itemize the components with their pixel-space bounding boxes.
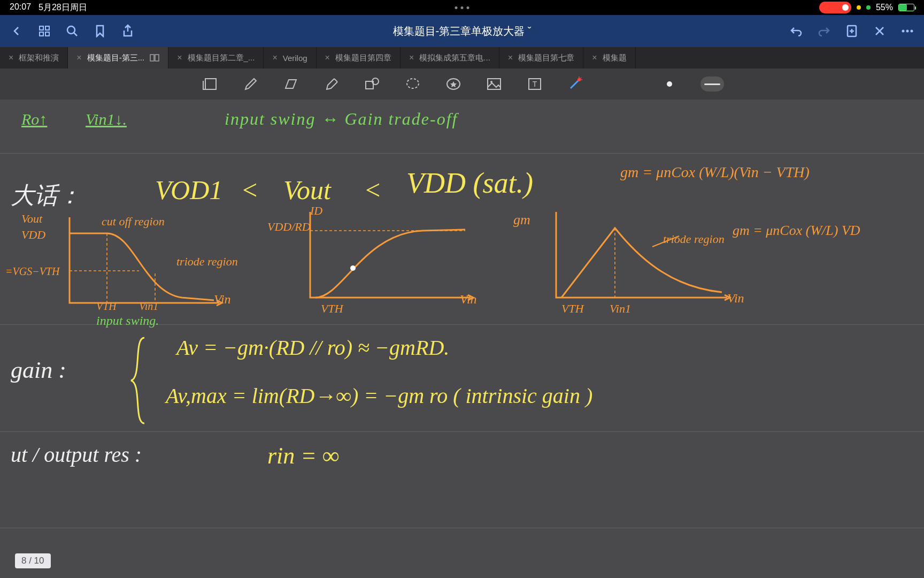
bookmark-icon[interactable] bbox=[93, 24, 107, 38]
search-icon[interactable] bbox=[65, 24, 79, 38]
document-title[interactable]: 模集题目-第三章单极放大器 ˇ bbox=[147, 24, 777, 39]
svg-rect-0 bbox=[40, 26, 43, 30]
g1-xt1: VTH bbox=[96, 300, 117, 313]
back-button[interactable] bbox=[10, 24, 24, 38]
g1-xlab: Vin bbox=[214, 292, 231, 307]
g3-xlab: Vin bbox=[727, 291, 744, 306]
svg-rect-11 bbox=[205, 79, 216, 89]
status-bar: 20:07 5月28日周日 55% bbox=[0, 0, 924, 15]
page-indicator: 8 / 10 bbox=[15, 553, 51, 568]
g3-xt2: Vin1 bbox=[610, 302, 631, 316]
battery-percent: 55% bbox=[876, 3, 893, 12]
tab-6[interactable]: ×模集题目第七章 bbox=[499, 47, 583, 69]
close-icon[interactable] bbox=[873, 24, 887, 38]
svg-point-7 bbox=[906, 30, 909, 33]
g2-ytick: VDD/RD bbox=[267, 220, 311, 234]
tab-0[interactable]: ×框架和推演 bbox=[0, 47, 68, 69]
shape-tool-icon[interactable] bbox=[363, 74, 382, 94]
tool-bar: T bbox=[0, 69, 924, 100]
svg-rect-2 bbox=[40, 32, 43, 36]
multitask-dots[interactable] bbox=[455, 6, 469, 9]
eraser-tool-icon[interactable] bbox=[281, 74, 301, 94]
tab-5[interactable]: ×模拟集成第五章电... bbox=[401, 47, 499, 69]
note-vod1: VOD1 bbox=[155, 174, 222, 206]
tab-close-icon[interactable]: × bbox=[177, 53, 182, 63]
battery-icon bbox=[898, 4, 914, 11]
brace-icon bbox=[128, 335, 150, 426]
svg-rect-3 bbox=[45, 32, 49, 36]
tab-2[interactable]: ×模集题目第二章_... bbox=[168, 47, 264, 69]
brush-preview[interactable] bbox=[700, 77, 724, 92]
note-ro: Ro↑ bbox=[21, 110, 47, 128]
g2-xlab: Vin bbox=[460, 292, 477, 307]
status-time: 20:07 bbox=[10, 2, 31, 13]
highlighter-tool-icon[interactable] bbox=[322, 74, 341, 94]
g1-triode: triode region bbox=[176, 255, 238, 269]
tab-7[interactable]: ×模集题 bbox=[583, 47, 635, 69]
graph-id-vin bbox=[283, 207, 487, 314]
g1-cutoff: cut off region bbox=[102, 215, 165, 229]
g1-ylab: Vout bbox=[21, 212, 42, 226]
lasso-tool-icon[interactable] bbox=[403, 74, 422, 94]
svg-rect-16 bbox=[488, 79, 500, 89]
svg-rect-10 bbox=[155, 55, 159, 61]
share-icon[interactable] bbox=[121, 24, 135, 38]
tab-4[interactable]: ×模集题目第四章 bbox=[317, 47, 401, 69]
note-gm-eq1: gm = μnCox (W/L)(Vin − VTH) bbox=[620, 164, 810, 181]
svg-text:T: T bbox=[533, 80, 537, 88]
tab-1[interactable]: ×模集题目-第三... bbox=[68, 47, 168, 69]
note-gm-eq2: gm = μnCox (W/L) VD bbox=[733, 223, 860, 239]
favorites-tool-icon[interactable] bbox=[444, 74, 463, 94]
note-vdd: VDD (sat.) bbox=[406, 166, 533, 200]
svg-point-14 bbox=[407, 79, 419, 88]
image-tool-icon[interactable] bbox=[484, 74, 504, 94]
more-icon[interactable] bbox=[900, 24, 914, 38]
redo-icon[interactable] bbox=[817, 24, 831, 38]
tab-close-icon[interactable]: × bbox=[325, 53, 330, 63]
tab-close-icon[interactable]: × bbox=[409, 53, 414, 63]
g1-ytick: VDD bbox=[21, 228, 45, 242]
add-page-icon[interactable] bbox=[845, 24, 859, 38]
g1-ytick2: =VGS−VTH bbox=[5, 265, 59, 278]
note-lt1: < bbox=[241, 174, 259, 206]
text-tool-icon[interactable]: T bbox=[525, 74, 544, 94]
note-canvas[interactable]: Ro↑ Vin1↓. input swing ↔ Gain trade-off … bbox=[0, 100, 924, 578]
note-vin: Vin1↓. bbox=[86, 110, 127, 128]
split-view-icon[interactable] bbox=[150, 53, 159, 63]
read-mode-icon[interactable] bbox=[200, 74, 219, 94]
note-cond-label: 大话： bbox=[11, 180, 81, 211]
svg-point-4 bbox=[67, 26, 75, 34]
svg-point-8 bbox=[911, 30, 913, 33]
note-lt2: < bbox=[364, 174, 382, 206]
tab-bar: ×框架和推演 ×模集题目-第三... ×模集题目第二章_... ×Verilog… bbox=[0, 47, 924, 69]
graph-gm-vin bbox=[529, 207, 743, 314]
color-white-icon[interactable] bbox=[660, 74, 679, 94]
app-header: 模集题目-第三章单极放大器 ˇ bbox=[0, 15, 924, 47]
laser-pointer-icon[interactable] bbox=[566, 74, 585, 94]
note-vout: Vout bbox=[283, 174, 331, 206]
tab-close-icon[interactable]: × bbox=[9, 53, 13, 63]
tab-3[interactable]: ×Verilog bbox=[264, 47, 316, 69]
note-gain-label: gain : bbox=[11, 356, 66, 384]
tab-close-icon[interactable]: × bbox=[592, 53, 597, 63]
svg-point-21 bbox=[350, 265, 356, 271]
status-dot-green bbox=[866, 5, 871, 10]
svg-rect-1 bbox=[45, 26, 49, 30]
tab-close-icon[interactable]: × bbox=[76, 53, 81, 63]
g3-xt1: VTH bbox=[561, 302, 584, 316]
note-gain-eq1: Av = −gm·(RD // ro) ≈ −gmRD. bbox=[176, 335, 449, 360]
grid-icon[interactable] bbox=[37, 24, 51, 38]
g3-triode: triode region bbox=[663, 232, 725, 246]
g3-ylab: gm bbox=[513, 212, 530, 228]
status-dot-yellow bbox=[857, 5, 861, 10]
status-date: 5月28日周日 bbox=[38, 2, 87, 13]
undo-icon[interactable] bbox=[789, 24, 803, 38]
g1-swing: input swing. bbox=[96, 314, 159, 328]
g1-xt2: Vin1 bbox=[139, 300, 158, 313]
tab-close-icon[interactable]: × bbox=[272, 53, 277, 63]
pen-tool-icon[interactable] bbox=[241, 74, 260, 94]
screen-record-indicator[interactable] bbox=[819, 2, 851, 13]
note-swing-tradeoff: input swing ↔ Gain trade-off bbox=[225, 109, 458, 129]
tab-close-icon[interactable]: × bbox=[508, 53, 513, 63]
note-res-eq: rin = ∞ bbox=[267, 442, 339, 469]
